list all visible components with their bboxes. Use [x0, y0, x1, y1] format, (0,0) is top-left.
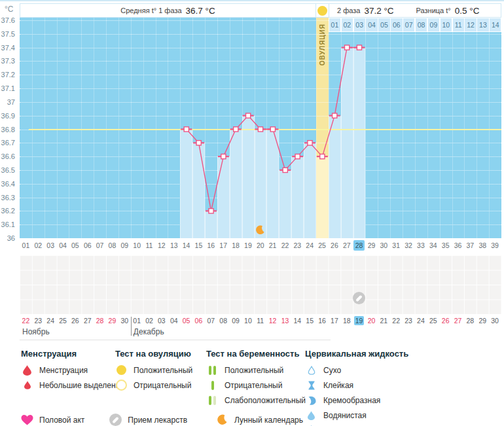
legend-title: Цервикальная жидкость: [305, 349, 408, 359]
date-cell[interactable]: 24: [415, 316, 427, 327]
cycle-day-label[interactable]: 21: [266, 240, 279, 252]
cycle-day-label[interactable]: 12: [155, 240, 168, 252]
date-cell[interactable]: 11: [254, 316, 266, 327]
date-cell[interactable]: 08: [217, 316, 230, 327]
date-cell[interactable]: 14: [291, 316, 304, 327]
date-cell[interactable]: 20: [365, 316, 378, 327]
date-cell[interactable]: 30: [118, 316, 131, 327]
cycle-day-label[interactable]: 03: [45, 240, 57, 252]
date-cell[interactable]: 25: [57, 316, 69, 327]
date-cell[interactable]: 04: [168, 316, 180, 327]
cycle-day-label[interactable]: 04: [57, 240, 69, 252]
cycle-day-label[interactable]: 08: [106, 240, 118, 252]
cycle-day-label[interactable]: 36: [452, 240, 464, 252]
y-tick-label: 37.3: [0, 56, 15, 65]
date-cell[interactable]: 23: [32, 316, 45, 327]
date-cell[interactable]: 13: [279, 316, 291, 327]
cycle-day-label[interactable]: 15: [192, 240, 205, 252]
cycle-day-label[interactable]: 22: [279, 240, 291, 252]
date-cell[interactable]: 29: [106, 316, 118, 327]
cycle-day-axis: 0102030405060708091011121314151617181920…: [20, 240, 501, 252]
date-cell[interactable]: 06: [192, 316, 205, 327]
medication-event-icon[interactable]: [353, 292, 365, 304]
cycle-day-label[interactable]: 10: [131, 240, 143, 252]
cycle-day-label[interactable]: 35: [439, 240, 452, 252]
cycle-day-label[interactable]: 38: [477, 240, 489, 252]
cycle-day-label[interactable]: 23: [291, 240, 304, 252]
y-tick-label: 36.3: [0, 193, 15, 202]
events-grid[interactable]: [20, 255, 501, 314]
date-cell[interactable]: 24: [45, 316, 57, 327]
date-cell[interactable]: 22: [390, 316, 403, 327]
date-cell[interactable]: 19: [353, 316, 365, 327]
date-cell[interactable]: 21: [378, 316, 390, 327]
date-cell[interactable]: 16: [316, 316, 329, 327]
diff-label: Разница t°: [416, 7, 451, 14]
date-cell[interactable]: 29: [477, 316, 489, 327]
temperature-point: [184, 127, 189, 132]
date-cell[interactable]: 28: [464, 316, 477, 327]
date-cell[interactable]: 05: [180, 316, 192, 327]
date-cell[interactable]: 03: [155, 316, 168, 327]
y-tick-label: 36.1: [0, 220, 15, 229]
cycle-day-label[interactable]: 25: [316, 240, 329, 252]
cycle-day-label[interactable]: 07: [94, 240, 106, 252]
cycle-day-label[interactable]: 20: [254, 240, 266, 252]
temperature-point: [333, 113, 337, 118]
date-cell[interactable]: 09: [230, 316, 242, 327]
cycle-day-label[interactable]: 17: [217, 240, 230, 252]
cycle-day-label[interactable]: 39: [489, 240, 501, 252]
date-cell[interactable]: 02: [143, 316, 156, 327]
cycle-day-label[interactable]: 18: [230, 240, 242, 252]
moon-phase-icon[interactable]: [255, 225, 266, 236]
date-cell[interactable]: 30: [489, 316, 501, 327]
intercourse-heart-icon: [21, 414, 33, 426]
date-cell[interactable]: 01: [131, 316, 143, 327]
y-tick-label: 36: [0, 234, 15, 243]
cycle-day-label[interactable]: 11: [143, 240, 156, 252]
month-divider: [131, 317, 132, 336]
cycle-day-label[interactable]: 06: [81, 240, 94, 252]
cycle-day-label[interactable]: 19: [242, 240, 254, 252]
cycle-day-label[interactable]: 27: [340, 240, 353, 252]
date-cell[interactable]: 15: [304, 316, 316, 327]
date-cell[interactable]: 18: [340, 316, 353, 327]
cycle-day-label[interactable]: 16: [205, 240, 217, 252]
date-cell[interactable]: 28: [94, 316, 106, 327]
cycle-day-label[interactable]: 37: [464, 240, 477, 252]
cycle-day-label[interactable]: 34: [427, 240, 439, 252]
date-cell[interactable]: 23: [403, 316, 415, 327]
temperature-point: [308, 141, 312, 145]
date-cell[interactable]: 25: [427, 316, 439, 327]
temperature-point: [345, 45, 350, 50]
date-cell[interactable]: 27: [81, 316, 94, 327]
date-cell[interactable]: 07: [205, 316, 217, 327]
legend-item: Небольшие выделения: [21, 380, 124, 391]
date-cell[interactable]: 12: [266, 316, 279, 327]
calendar-dates-row: 2223242526272829300102030405060708091011…: [20, 316, 501, 327]
date-cell[interactable]: 26: [439, 316, 452, 327]
dry-icon: [305, 366, 317, 375]
watery-icon: [305, 411, 317, 420]
chart-plot[interactable]: 0102030405060708091011121314ОВУЛЯЦИЯ: [20, 18, 501, 238]
date-cell[interactable]: 27: [452, 316, 464, 327]
date-cell[interactable]: 10: [242, 316, 254, 327]
cycle-day-label[interactable]: 13: [168, 240, 180, 252]
cycle-day-label[interactable]: 30: [378, 240, 390, 252]
cycle-day-label[interactable]: 33: [415, 240, 427, 252]
cycle-day-label[interactable]: 24: [304, 240, 316, 252]
cycle-day-label[interactable]: 09: [118, 240, 131, 252]
cycle-day-label[interactable]: 31: [390, 240, 403, 252]
cycle-day-label[interactable]: 29: [365, 240, 378, 252]
legend-item-label: Слабоположительный: [225, 396, 306, 405]
cycle-day-label[interactable]: 26: [328, 240, 340, 252]
date-cell[interactable]: 22: [20, 316, 32, 327]
cycle-day-label[interactable]: 02: [32, 240, 45, 252]
cycle-day-label[interactable]: 01: [20, 240, 32, 252]
cycle-day-label[interactable]: 28: [353, 240, 365, 252]
cycle-day-label[interactable]: 14: [180, 240, 192, 252]
date-cell[interactable]: 26: [69, 316, 81, 327]
date-cell[interactable]: 17: [328, 316, 340, 327]
cycle-day-label[interactable]: 05: [69, 240, 81, 252]
cycle-day-label[interactable]: 32: [403, 240, 415, 252]
